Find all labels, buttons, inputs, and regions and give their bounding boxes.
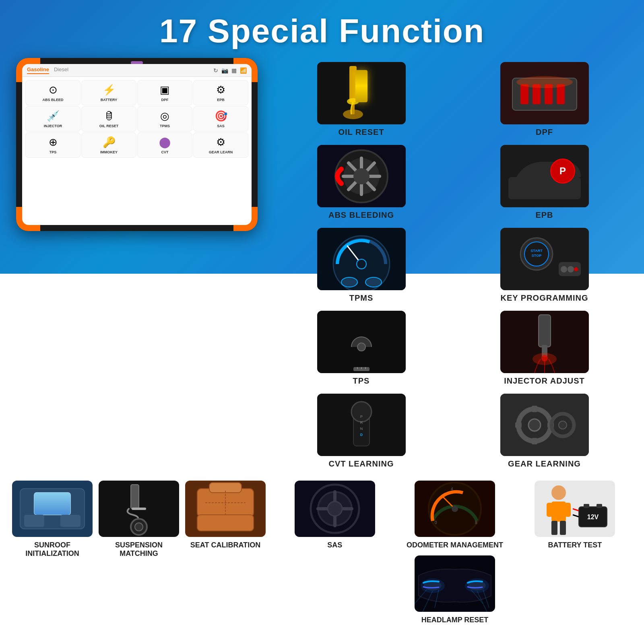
battery-label: BATTERY <box>101 98 118 102</box>
func-card-gear: GEAR LEARNING <box>457 394 632 469</box>
headlamp-row: HEADLAMP RESET <box>278 555 632 624</box>
func-label-sunroof: SUNROOF INITIALIZATION <box>12 541 93 558</box>
screen-item-oilreset[interactable]: 🛢 OIL RESET <box>81 106 136 132</box>
svg-rect-63 <box>532 438 537 444</box>
svg-text:START: START <box>530 249 543 253</box>
oilreset-screen-icon: 🛢 <box>104 110 114 122</box>
main-content: Gasoline Diesel ↻ 📷 ▦ 📶 ⊙ <box>0 50 644 469</box>
svg-rect-103 <box>547 503 553 517</box>
func-card-oil-reset: OIL RESET <box>274 62 449 137</box>
screen-icons: ↻ 📷 ▦ 📶 <box>213 67 247 74</box>
screen-item-battery[interactable]: ⚡ BATTERY <box>81 80 136 105</box>
svg-point-67 <box>559 421 567 429</box>
screen-item-tpms[interactable]: ◎ TPMS <box>137 106 192 132</box>
screen-item-cvt[interactable]: ⬤ CVT <box>137 132 192 158</box>
svg-point-38 <box>574 267 578 271</box>
func-label-battery-test: BATTERY TEST <box>548 541 602 549</box>
tablet-device: Gasoline Diesel ↻ 📷 ▦ 📶 ⊙ <box>16 58 258 231</box>
func-card-abs: ABS BLEEDING <box>274 145 449 220</box>
svg-text:R: R <box>360 421 363 425</box>
screen-item-tps[interactable]: ⊕ TPS <box>25 132 80 158</box>
func-card-seat: SEAT CALIBRATION <box>185 481 266 549</box>
func-card-suspension: SUSPENSION MATCHING <box>99 481 179 558</box>
svg-text:0: 0 <box>435 520 437 525</box>
svg-text:12V: 12V <box>587 514 599 520</box>
svg-text:D: D <box>360 433 363 437</box>
immokey-screen-icon: 🔑 <box>103 136 116 149</box>
svg-point-42 <box>357 343 365 351</box>
tps-screen-icon: ⊕ <box>49 136 58 149</box>
device-area: Gasoline Diesel ↻ 📷 ▦ 📶 ⊙ <box>12 58 262 469</box>
func-img-sas <box>295 481 375 537</box>
svg-rect-73 <box>60 515 80 527</box>
func-label-tpms: TPMS <box>349 293 374 303</box>
tab-gasoline[interactable]: Gasoline <box>27 66 49 74</box>
svg-point-11 <box>516 76 573 88</box>
func-card-odometer: 0 4 8 ODOMETER MANAGEMENT <box>398 481 512 549</box>
screen-item-gearlearn[interactable]: ⚙ GEAR LEARN <box>193 132 248 158</box>
func-card-key: START STOP KEY PROGRAMMING <box>457 228 632 303</box>
page-title: 17 Special Function <box>0 0 644 50</box>
func-label-injector: INJECTOR ADJUST <box>504 376 585 386</box>
svg-point-28 <box>341 277 357 287</box>
func-label-headlamp: HEADLAMP RESET <box>421 616 489 624</box>
func-img-suspension <box>99 481 179 537</box>
abs-icon: ⊙ <box>49 84 58 96</box>
screen-item-injector[interactable]: 💉 INJECTOR <box>25 106 80 132</box>
functions-right: OIL RESET DPF <box>274 58 632 469</box>
oilreset-label: OIL RESET <box>99 124 118 128</box>
screen-grid: ⊙ ABS BLEED ⚡ BATTERY ▣ DPF ⚙ <box>22 77 252 161</box>
func-label-key: KEY PROGRAMMING <box>501 293 588 303</box>
svg-rect-106 <box>560 521 566 535</box>
bottom-left-cards: SUNROOF INITIALIZATION <box>12 481 266 624</box>
sas-label: SAS <box>217 124 225 128</box>
tab-diesel[interactable]: Diesel <box>54 66 68 74</box>
svg-rect-104 <box>565 503 571 517</box>
screen-item-abs[interactable]: ⊙ ABS BLEED <box>25 80 80 105</box>
tablet-screen: Gasoline Diesel ↻ 📷 ▦ 📶 ⊙ <box>22 64 252 225</box>
svg-rect-109 <box>597 504 602 508</box>
tpms-screen-icon: ◎ <box>160 110 169 122</box>
svg-point-54 <box>351 402 372 422</box>
func-img-abs <box>317 145 406 207</box>
svg-rect-7 <box>520 84 528 104</box>
func-img-epb: P <box>500 145 589 207</box>
svg-rect-108 <box>584 504 589 508</box>
func-img-tpms <box>317 228 406 290</box>
bottom-area: SUNROOF INITIALIZATION <box>0 469 644 624</box>
func-label-epb: EPB <box>535 211 553 220</box>
bottom-right-row1: SAS 0 4 <box>278 481 632 549</box>
func-img-sunroof <box>12 481 93 537</box>
gearlearn-screen-icon: ⚙ <box>216 136 225 149</box>
svg-point-61 <box>528 419 541 431</box>
sas-screen-icon: 🎯 <box>215 110 227 122</box>
svg-text:P: P <box>360 415 362 419</box>
svg-rect-71 <box>34 493 70 515</box>
func-label-cvt: CVT LEARNING <box>329 459 394 469</box>
svg-rect-75 <box>131 485 139 509</box>
svg-point-29 <box>365 277 382 287</box>
func-img-seat <box>185 481 266 537</box>
svg-point-101 <box>551 485 566 500</box>
tpms-label: TPMS <box>160 124 170 128</box>
grid-icon: ▦ <box>231 67 237 74</box>
gearlearn-label: GEAR LEARN <box>209 150 233 154</box>
screen-item-immokey[interactable]: 🔑 IMMOKEY <box>81 132 136 158</box>
func-card-cvt: P R N D CVT LEARNING <box>274 394 449 469</box>
screen-item-epb[interactable]: ⚙ EPB <box>193 80 248 105</box>
func-label-dpf: DPF <box>536 128 553 137</box>
func-card-injector: INJECTOR ADJUST <box>457 311 632 386</box>
svg-point-19 <box>353 168 369 184</box>
cvt-label: CVT <box>161 150 169 154</box>
screen-item-sas[interactable]: 🎯 SAS <box>193 106 248 132</box>
func-img-key: START STOP <box>500 228 589 290</box>
func-img-cvt: P R N D <box>317 394 406 456</box>
func-card-sunroof: SUNROOF INITIALIZATION <box>12 481 93 558</box>
func-img-injector <box>500 311 589 373</box>
epb-screen-icon: ⚙ <box>216 84 225 96</box>
svg-rect-64 <box>515 422 522 428</box>
func-img-gear <box>500 394 589 456</box>
func-card-battery-test: 12V BATTERY TEST <box>518 481 632 549</box>
screen-item-dpf[interactable]: ▣ DPF <box>137 80 192 105</box>
func-label-gear: GEAR LEARNING <box>508 459 581 469</box>
